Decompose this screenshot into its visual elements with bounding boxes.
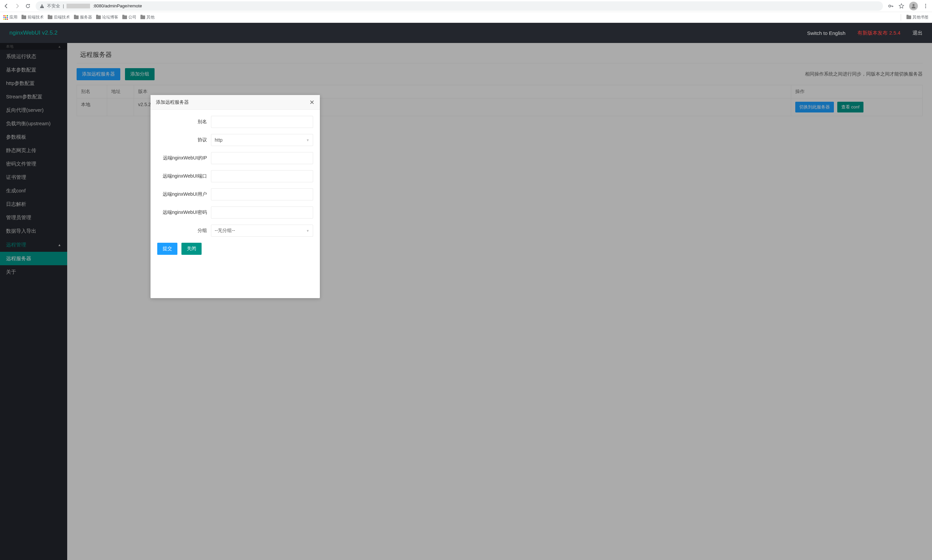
user-input[interactable] [211, 188, 313, 200]
add-server-modal: 添加远程服务器 ✕ 别名 协议 http ▼ 远端nginxWebUI的IP 远… [151, 95, 320, 298]
port-input[interactable] [211, 170, 313, 182]
bookmark-folder[interactable]: 服务器 [74, 14, 92, 20]
close-button[interactable]: 关闭 [181, 243, 202, 255]
forward-button[interactable] [14, 3, 20, 9]
apps-bookmark[interactable]: 应用 [3, 14, 17, 20]
url-bar[interactable]: 不安全 | :8080/adminPage/remote [35, 2, 883, 11]
folder-icon [906, 15, 911, 19]
password-input[interactable] [211, 206, 313, 218]
chevron-down-icon: ▼ [306, 229, 309, 233]
app-title: nginxWebUI v2.5.2 [9, 29, 57, 36]
bookmark-folder[interactable]: 公司 [122, 14, 136, 20]
divider [901, 14, 901, 21]
profile-icon[interactable] [909, 2, 918, 11]
group-value: --无分组-- [215, 228, 235, 234]
apps-icon [3, 15, 8, 20]
group-select[interactable]: --无分组-- ▼ [211, 225, 313, 237]
svg-point-5 [925, 5, 926, 6]
insecure-icon [40, 4, 44, 8]
reload-button[interactable] [25, 3, 31, 9]
url-ip-redacted [66, 4, 90, 8]
svg-point-6 [925, 7, 926, 8]
label-ip: 远端nginxWebUI的IP [157, 155, 211, 161]
folder-icon [22, 15, 26, 19]
switch-language-link[interactable]: Switch to English [807, 30, 845, 36]
folder-icon [48, 15, 52, 19]
protocol-value: http [215, 137, 222, 143]
svg-point-4 [925, 4, 926, 5]
modal-title: 添加远程服务器 [156, 99, 189, 105]
bookmark-folder[interactable]: 其他 [140, 14, 154, 20]
new-version-link[interactable]: 有新版本发布 2.5.4 [857, 30, 900, 36]
folder-icon [96, 15, 101, 19]
other-bookmarks[interactable]: 其他书签 [906, 14, 929, 20]
label-protocol: 协议 [157, 137, 211, 143]
star-icon[interactable] [898, 3, 904, 9]
svg-point-2 [889, 5, 891, 7]
bookmark-folder[interactable]: 前端技术 [22, 14, 44, 20]
menu-icon[interactable] [923, 3, 929, 9]
label-alias: 别名 [157, 119, 211, 125]
protocol-select[interactable]: http ▼ [211, 134, 313, 146]
modal-overlay[interactable] [0, 43, 932, 560]
bookmark-folder[interactable]: 后端技术 [48, 14, 70, 20]
insecure-label: 不安全 [47, 3, 60, 9]
folder-icon [74, 15, 79, 19]
browser-chrome: 不安全 | :8080/adminPage/remote [0, 0, 932, 12]
label-port: 远端nginxWebUI端口 [157, 173, 211, 179]
folder-icon [140, 15, 145, 19]
bookmarks-bar: 应用 前端技术 后端技术 服务器 论坛博客 公司 其他 其他书签 [0, 12, 932, 23]
alias-input[interactable] [211, 116, 313, 128]
svg-rect-1 [42, 7, 42, 8]
logout-link[interactable]: 退出 [912, 30, 923, 36]
folder-icon [122, 15, 127, 19]
label-pass: 远端nginxWebUI密码 [157, 209, 211, 215]
label-user: 远端nginxWebUI用户 [157, 191, 211, 197]
modal-close-button[interactable]: ✕ [309, 99, 315, 106]
submit-button[interactable]: 提交 [157, 243, 177, 255]
app-header: nginxWebUI v2.5.2 Switch to English 有新版本… [0, 23, 932, 43]
svg-point-3 [912, 4, 915, 6]
svg-rect-0 [42, 5, 42, 7]
ip-input[interactable] [211, 152, 313, 164]
key-icon[interactable] [888, 3, 894, 9]
label-group: 分组 [157, 228, 211, 234]
bookmark-folder[interactable]: 论坛博客 [96, 14, 118, 20]
url-path: :8080/adminPage/remote [93, 3, 142, 8]
chevron-down-icon: ▼ [306, 138, 309, 142]
back-button[interactable] [3, 3, 9, 9]
